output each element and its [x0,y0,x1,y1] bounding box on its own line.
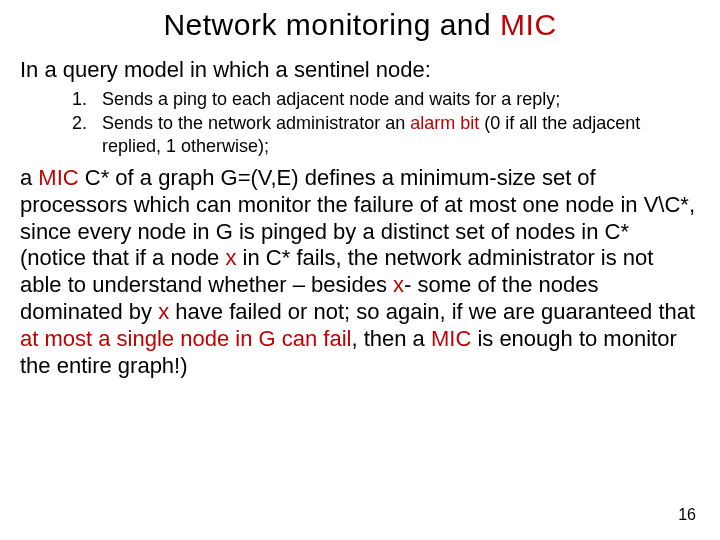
body-paragraph: a MIC C* of a graph G=(V,E) defines a mi… [20,165,700,380]
body-span-red: x [393,272,404,297]
list-item-text-pre: Sends to the network administrator an [102,113,410,133]
title-highlight: MIC [500,8,557,41]
body-span-red: x [225,245,236,270]
body-span-red: at most a single node in G can fail [20,326,351,351]
body-span: a [20,165,38,190]
body-span-red: MIC [431,326,471,351]
body-span-red: x [158,299,169,324]
list-item: Sends a ping to each adjacent node and w… [92,88,700,111]
list-item: Sends to the network administrator an al… [92,112,700,157]
title-text: Network monitoring and [163,8,500,41]
body-span: have failed or not; so again, if we are … [169,299,695,324]
list-item-text: Sends a ping to each adjacent node and w… [102,89,560,109]
body-span-red: MIC [38,165,78,190]
numbered-list: Sends a ping to each adjacent node and w… [20,88,700,158]
page-number: 16 [678,506,696,524]
slide-title: Network monitoring and MIC [20,8,700,42]
slide: Network monitoring and MIC In a query mo… [0,0,720,540]
list-item-text-red: alarm bit [410,113,479,133]
intro-text: In a query model in which a sentinel nod… [20,56,700,84]
body-span: , then a [351,326,431,351]
